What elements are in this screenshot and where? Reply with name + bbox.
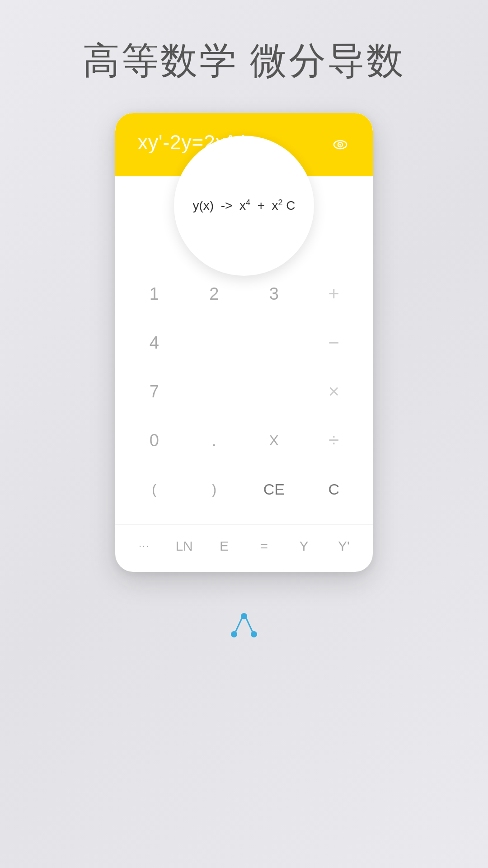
svg-line-7 (246, 618, 252, 631)
key-divide[interactable]: ÷ (307, 418, 361, 463)
key-open-paren[interactable]: ( (127, 467, 181, 512)
key-2[interactable]: 2 (188, 271, 241, 316)
svg-line-6 (236, 618, 242, 631)
key-minus[interactable]: − (307, 320, 361, 365)
key-multiply[interactable]: × (307, 369, 361, 414)
page-title: 高等数学 微分导数 (83, 36, 406, 86)
key-row-4: 0 . X ÷ (124, 418, 364, 463)
key-6[interactable] (247, 320, 300, 365)
key-3[interactable]: 3 (247, 271, 300, 316)
key-row-3: 7 × (124, 369, 364, 414)
key-9[interactable] (247, 369, 300, 414)
key-more[interactable]: ··· (128, 534, 160, 558)
tree-icon[interactable] (226, 608, 262, 646)
result-circle: y(x) -> x4 + x2 C (174, 136, 314, 276)
key-plus[interactable]: + (307, 271, 361, 316)
key-row-1: 1 2 3 + (124, 271, 364, 316)
key-row-5: ( ) CE C (124, 467, 364, 512)
key-y[interactable]: Y (288, 534, 320, 558)
svg-point-2 (339, 144, 341, 146)
key-0[interactable]: 0 (127, 418, 181, 463)
svg-point-5 (251, 631, 257, 637)
key-c[interactable]: C (307, 467, 361, 512)
key-close-paren[interactable]: ) (188, 467, 241, 512)
key-x[interactable]: X (247, 418, 300, 463)
svg-point-4 (231, 631, 237, 637)
result-content: y(x) -> x4 + x2 C (193, 196, 296, 216)
key-ln[interactable]: LN (168, 534, 200, 558)
key-8[interactable] (188, 369, 241, 414)
key-4[interactable]: 4 (127, 320, 181, 365)
key-7[interactable]: 7 (127, 369, 181, 414)
key-row-2: 4 − (124, 320, 364, 365)
key-5[interactable] (188, 320, 241, 365)
bottom-nav[interactable] (226, 608, 262, 646)
calculator-card: xy'-2y=2x^4 y(x) -> x4 + x2 C 1 2 3 (115, 113, 373, 572)
key-e[interactable]: E (208, 534, 240, 558)
key-ce[interactable]: CE (247, 467, 300, 512)
keypad-wrapper: y(x) -> x4 + x2 C 1 2 3 + 4 − 7 (115, 176, 373, 572)
func-row: ··· LN E = Y Y' (115, 524, 373, 572)
key-1[interactable]: 1 (127, 271, 181, 316)
key-yprime[interactable]: Y' (328, 534, 360, 558)
key-dot[interactable]: . (188, 418, 241, 463)
eye-icon[interactable] (330, 135, 350, 155)
key-equals[interactable]: = (248, 534, 280, 558)
